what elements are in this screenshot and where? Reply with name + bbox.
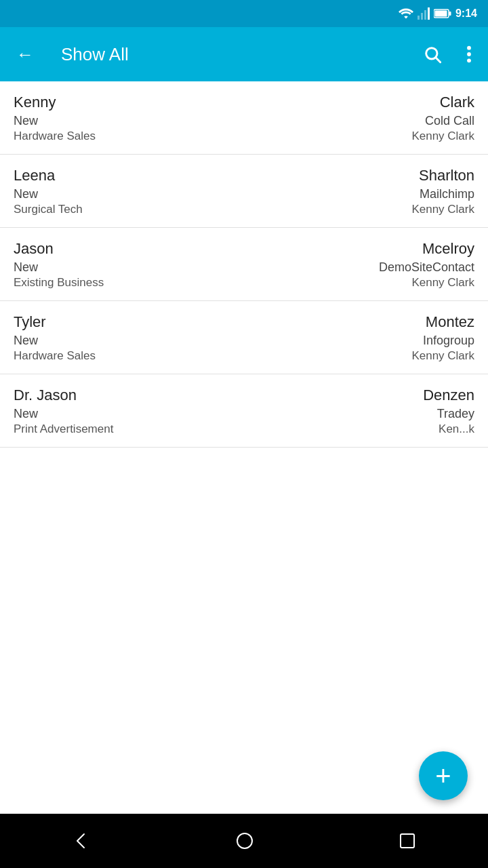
status-icons: 9:14 bbox=[399, 7, 477, 20]
svg-rect-3 bbox=[428, 7, 430, 20]
add-contact-button[interactable]: + bbox=[419, 751, 468, 800]
contact-first-name: Jason bbox=[14, 240, 54, 258]
contact-detail-row: Print Advertisement Ken...k bbox=[14, 422, 474, 436]
contact-item[interactable]: Leena Sharlton New Mailchimp Surgical Te… bbox=[0, 155, 488, 228]
contact-status-row: New DemoSiteContact bbox=[14, 260, 474, 275]
contact-status: New bbox=[14, 407, 38, 421]
page-title: Show All bbox=[61, 44, 404, 65]
contact-last-name: Denzen bbox=[423, 387, 474, 404]
svg-rect-6 bbox=[434, 11, 447, 17]
contact-detail-row: Hardware Sales Kenny Clark bbox=[14, 349, 474, 363]
contact-last-name: Mcelroy bbox=[422, 240, 474, 258]
contact-item[interactable]: Jason Mcelroy New DemoSiteContact Existi… bbox=[0, 228, 488, 301]
svg-point-9 bbox=[467, 46, 471, 50]
signal-icon bbox=[418, 7, 430, 20]
contact-status-row: New Mailchimp bbox=[14, 187, 474, 201]
contact-first-name: Kenny bbox=[14, 94, 56, 111]
contact-status-row: New Tradey bbox=[14, 407, 474, 421]
svg-rect-0 bbox=[418, 16, 420, 20]
bottom-navigation bbox=[0, 814, 488, 868]
contact-detail-row: Hardware Sales Kenny Clark bbox=[14, 130, 474, 143]
contact-first-name: Leena bbox=[14, 167, 55, 184]
svg-rect-1 bbox=[421, 13, 423, 20]
contact-first-name: Tyler bbox=[14, 313, 46, 331]
contact-owner: Kenny Clark bbox=[411, 349, 474, 363]
contact-source: Mailchimp bbox=[420, 187, 474, 201]
svg-rect-5 bbox=[449, 12, 451, 16]
contact-name-row: Jason Mcelroy bbox=[14, 240, 474, 258]
contact-owner: Kenny Clark bbox=[411, 276, 474, 290]
contact-company: Hardware Sales bbox=[14, 349, 96, 363]
contact-item[interactable]: Dr. Jason Denzen New Tradey Print Advert… bbox=[0, 374, 488, 448]
app-bar: ← Show All bbox=[0, 27, 488, 81]
back-nav-button[interactable] bbox=[58, 825, 104, 857]
contact-owner: Ken...k bbox=[439, 422, 474, 436]
contact-status-row: New Cold Call bbox=[14, 114, 474, 128]
home-nav-button[interactable] bbox=[222, 825, 268, 857]
contact-source: Infogroup bbox=[423, 334, 474, 348]
back-button[interactable]: ← bbox=[11, 39, 39, 71]
contact-source: Cold Call bbox=[425, 114, 474, 128]
contact-source: Tradey bbox=[437, 407, 474, 421]
svg-rect-13 bbox=[401, 834, 414, 848]
contact-status: New bbox=[14, 260, 38, 275]
contact-list: Kenny Clark New Cold Call Hardware Sales… bbox=[0, 81, 488, 814]
contact-owner: Kenny Clark bbox=[411, 130, 474, 143]
contact-company: Existing Business bbox=[14, 276, 104, 290]
contact-name-row: Tyler Montez bbox=[14, 313, 474, 331]
contact-name-row: Dr. Jason Denzen bbox=[14, 387, 474, 404]
battery-icon bbox=[434, 9, 451, 18]
contact-last-name: Montez bbox=[426, 313, 474, 331]
contact-item[interactable]: Kenny Clark New Cold Call Hardware Sales… bbox=[0, 81, 488, 155]
contact-first-name: Dr. Jason bbox=[14, 387, 77, 404]
svg-point-11 bbox=[467, 58, 471, 62]
recents-nav-button[interactable] bbox=[385, 825, 430, 856]
svg-point-10 bbox=[467, 52, 471, 56]
contact-company: Hardware Sales bbox=[14, 130, 96, 143]
more-icon[interactable] bbox=[461, 39, 477, 69]
status-bar: 9:14 bbox=[0, 0, 488, 27]
status-time: 9:14 bbox=[455, 7, 477, 20]
svg-point-12 bbox=[237, 833, 252, 848]
contact-company: Print Advertisement bbox=[14, 422, 113, 436]
contact-company: Surgical Tech bbox=[14, 203, 83, 216]
contact-detail-row: Existing Business Kenny Clark bbox=[14, 276, 474, 290]
svg-line-8 bbox=[436, 58, 440, 62]
contact-status-row: New Infogroup bbox=[14, 334, 474, 348]
svg-rect-2 bbox=[424, 10, 426, 20]
contact-detail-row: Surgical Tech Kenny Clark bbox=[14, 203, 474, 216]
contact-last-name: Clark bbox=[440, 94, 474, 111]
contact-status: New bbox=[14, 334, 38, 348]
contact-last-name: Sharlton bbox=[419, 167, 474, 184]
contact-name-row: Kenny Clark bbox=[14, 94, 474, 111]
search-icon[interactable] bbox=[418, 39, 447, 69]
contact-status: New bbox=[14, 187, 38, 201]
contact-name-row: Leena Sharlton bbox=[14, 167, 474, 184]
contact-item[interactable]: Tyler Montez New Infogroup Hardware Sale… bbox=[0, 301, 488, 374]
contact-status: New bbox=[14, 114, 38, 128]
contact-source: DemoSiteContact bbox=[379, 260, 474, 275]
wifi-icon bbox=[399, 8, 413, 19]
contact-owner: Kenny Clark bbox=[411, 203, 474, 216]
